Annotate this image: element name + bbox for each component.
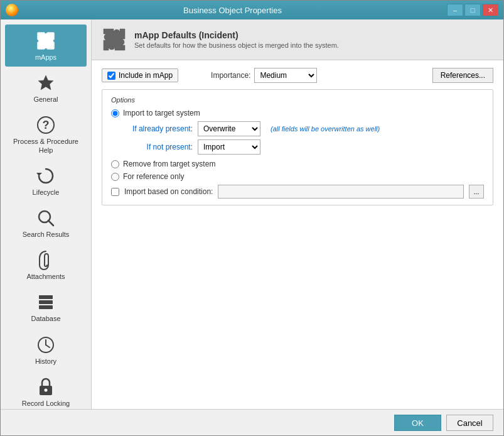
sidebar-item-attachments[interactable]: Attachments [5, 244, 87, 286]
condition-input[interactable] [218, 185, 464, 199]
include-in-mapp-label[interactable]: Include in mApp [102, 68, 178, 82]
sidebar-item-lifecycle[interactable]: Lifecycle [5, 160, 87, 202]
search-icon [35, 207, 57, 229]
svg-marker-4 [38, 75, 53, 90]
sidebar-lifecycle-label: Lifecycle [33, 188, 60, 197]
header-title: mApp Defaults (Incident) [134, 30, 339, 40]
window-title: Business Object Properties [18, 6, 447, 15]
sidebar-item-general[interactable]: General [5, 67, 87, 109]
remove-from-target-radio[interactable] [111, 160, 119, 168]
sidebar-history-label: History [35, 357, 56, 366]
sidebar-item-search-results[interactable]: Search Results [5, 202, 87, 244]
sidebar-mapps-label: mApps [35, 53, 56, 62]
main-window: Business Object Properties – □ ✕ [0, 0, 504, 436]
svg-rect-12 [39, 305, 53, 309]
svg-marker-7 [36, 173, 42, 176]
import-to-target-row: Import to target system [111, 109, 484, 117]
svg-point-17 [45, 388, 48, 391]
if-already-present-hint: (all fields will be overwritten as well) [271, 125, 380, 133]
if-not-present-select[interactable]: Import Skip [198, 139, 260, 155]
options-title: Options [111, 96, 484, 104]
if-not-present-row: If not present: Import Skip [124, 139, 484, 155]
sidebar: mApps General ? Process & Procedure [1, 19, 92, 409]
sidebar-search-label: Search Results [23, 231, 70, 239]
for-reference-radio[interactable] [111, 173, 119, 181]
import-to-target-radio[interactable] [111, 109, 119, 117]
clock-icon [35, 334, 57, 356]
top-controls: Include in mApp Importance: Low Medium H… [102, 68, 493, 83]
ok-button[interactable]: OK [394, 415, 441, 431]
condition-label[interactable]: Import based on condition: [124, 187, 213, 196]
if-not-present-label: If not present: [124, 143, 193, 151]
svg-rect-11 [39, 300, 53, 304]
sidebar-general-label: General [33, 95, 58, 104]
db-icon [35, 291, 57, 313]
main-content: mApps General ? Process & Procedure [1, 19, 503, 409]
include-in-mapp-checkbox[interactable] [107, 72, 115, 80]
svg-rect-10 [39, 295, 53, 299]
options-group: Options Import to target system If alrea… [102, 89, 493, 205]
sidebar-item-history[interactable]: History [5, 329, 87, 371]
condition-row: Import based on condition: ... [111, 185, 484, 199]
title-bar: Business Object Properties – □ ✕ [1, 1, 503, 19]
importance-group: Importance: Low Medium High [211, 68, 317, 83]
sidebar-process-label: Process & Procedure Help [8, 138, 84, 154]
references-button[interactable]: References... [432, 68, 493, 83]
app-orb [6, 4, 18, 16]
title-controls: – □ ✕ [447, 4, 498, 16]
importance-label: Importance: [211, 71, 250, 80]
attach-icon [35, 249, 57, 271]
include-label-text: Include in mApp [119, 71, 173, 80]
for-reference-row: For reference only [111, 172, 484, 181]
puzzle-icon [35, 30, 57, 52]
cycle-icon [35, 165, 57, 187]
condition-browse-button[interactable]: ... [469, 185, 484, 199]
sub-options: If already present: Overwrite Skip Promp… [124, 121, 484, 155]
close-button[interactable]: ✕ [482, 4, 498, 16]
header-puzzle-icon [102, 27, 127, 52]
svg-line-15 [46, 345, 50, 347]
sidebar-item-database[interactable]: Database [5, 286, 87, 328]
if-already-present-select[interactable]: Overwrite Skip Prompt [198, 121, 260, 136]
condition-checkbox[interactable] [111, 188, 119, 196]
star-icon [35, 72, 57, 94]
for-reference-label[interactable]: For reference only [123, 172, 184, 181]
sidebar-database-label: Database [31, 315, 60, 323]
lock-icon [35, 376, 57, 398]
remove-from-target-label[interactable]: Remove from target system [123, 160, 215, 168]
content-header: mApp Defaults (Incident) Set defaults fo… [92, 19, 503, 60]
sidebar-record-locking-label: Record Locking [22, 400, 70, 408]
header-description: Set defaults for how the business object… [134, 41, 339, 49]
import-to-target-label[interactable]: Import to target system [123, 109, 200, 117]
sidebar-item-process-procedure-help[interactable]: ? Process & Procedure Help [5, 109, 87, 159]
maximize-button[interactable]: □ [464, 4, 481, 16]
content-area: mApp Defaults (Incident) Set defaults fo… [92, 19, 503, 409]
importance-select[interactable]: Low Medium High [254, 68, 317, 83]
question-icon: ? [35, 114, 57, 136]
svg-text:?: ? [43, 119, 50, 131]
if-already-present-label: If already present: [124, 124, 193, 133]
cancel-button[interactable]: Cancel [446, 415, 493, 431]
minimize-button[interactable]: – [447, 4, 463, 16]
svg-line-9 [48, 221, 53, 226]
content-body: Include in mApp Importance: Low Medium H… [92, 60, 503, 409]
sidebar-attachments-label: Attachments [26, 273, 65, 281]
if-already-present-row: If already present: Overwrite Skip Promp… [124, 121, 484, 136]
sidebar-item-record-locking[interactable]: Record Locking [5, 371, 87, 409]
sidebar-item-mapps[interactable]: mApps [5, 25, 87, 67]
remove-from-target-row: Remove from target system [111, 160, 484, 168]
footer: OK Cancel [1, 409, 503, 435]
header-text: mApp Defaults (Incident) Set defaults fo… [134, 30, 339, 49]
